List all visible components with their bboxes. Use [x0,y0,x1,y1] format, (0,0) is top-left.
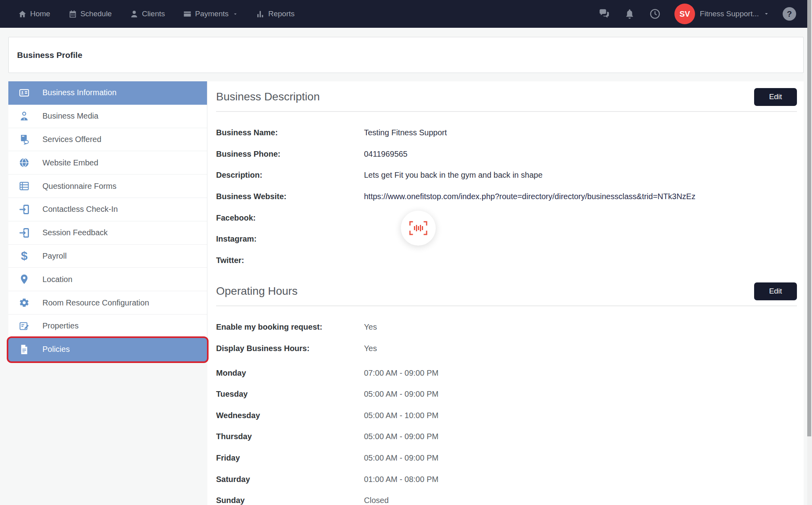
edit-operating-hours-button[interactable]: Edit [754,282,797,300]
business-profile-panel: Business Description Edit Business Name:… [207,81,804,505]
sidebar-item-website-embed[interactable]: Website Embed [8,151,207,175]
field-display-business-hours: Display Business Hours: Yes [216,338,797,359]
user-icon [130,10,138,18]
operating-hours-section: Operating Hours Edit Enable my booking r… [216,282,797,505]
sidebar-item-business-media[interactable]: Business Media [8,105,207,128]
barcode-scan-icon [409,221,427,235]
sidebar-item-label: Location [42,275,73,284]
field-enable-booking-request: Enable my booking request: Yes [216,317,797,338]
nav-schedule[interactable]: Schedule [69,10,112,18]
divider [216,305,797,306]
field-facebook: Facebook: [216,207,797,228]
gear-icon [18,296,31,309]
divider [216,111,797,112]
sidebar-item-policies[interactable]: Policies [8,338,207,361]
calendar-icon [69,10,77,18]
dollar-icon: $ [18,250,31,262]
page-title-card: Business Profile [8,37,804,73]
sidebar-item-label: Business Information [42,88,117,97]
sidebar-item-services-offered[interactable]: Services Offered [8,128,207,152]
sign-in-icon [18,227,31,239]
nav-schedule-label: Schedule [80,10,112,18]
book-comment-icon [18,133,31,146]
business-description-section: Business Description Edit Business Name:… [216,88,797,271]
navbar-right: SV Fitness Support... ? [598,4,796,24]
business-website-url[interactable]: https://www.onefitstop.com/index.php?rou… [364,192,695,201]
nav-clients[interactable]: Clients [130,10,165,18]
sidebar-item-label: Services Offered [42,135,102,144]
globe-icon [18,156,31,169]
field-thursday-hours: Thursday 05:00 AM - 09:00 PM [216,426,797,447]
scrollbar-thumb[interactable] [807,0,811,436]
nav-clients-label: Clients [142,10,165,18]
field-monday-hours: Monday 07:00 AM - 09:00 PM [216,362,797,384]
section-title: Operating Hours [216,285,297,298]
sidebar-item-label: Properties [42,321,79,330]
nav-home[interactable]: Home [18,10,50,18]
sidebar-item-label: Questionnaire Forms [42,182,117,191]
person-icon [18,110,31,123]
nav-payments-label: Payments [195,10,228,18]
credit-card-icon [183,10,192,18]
messages-button[interactable] [598,8,610,20]
nav-payments[interactable]: Payments [183,10,238,18]
chat-icon [599,8,610,19]
section-title: Business Description [216,90,320,103]
field-business-name: Business Name: Testing Fitness Support [216,122,797,144]
help-button[interactable]: ? [783,7,796,21]
sidebar-item-label: Room Resource Configuration [42,298,149,307]
main-nav: Home Schedule Clients Payments Reports [18,10,295,18]
sidebar-item-label: Payroll [42,252,67,261]
sidebar-item-label: Session Feedback [42,228,108,237]
nav-reports-label: Reports [268,10,295,18]
sidebar-item-questionnaire-forms[interactable]: Questionnaire Forms [8,175,207,198]
field-friday-hours: Friday 05:00 AM - 09:00 PM [216,447,797,469]
user-menu[interactable]: SV Fitness Support... [674,4,769,24]
sidebar-item-location[interactable]: Location [8,268,207,291]
history-button[interactable] [649,8,661,20]
field-saturday-hours: Saturday 01:00 AM - 08:00 PM [216,469,797,490]
field-business-website: Business Website: https://www.onefitstop… [216,186,797,207]
sidebar-item-label: Contactless Check-In [42,205,118,214]
sidebar-item-label: Policies [42,345,70,354]
field-instagram: Instagram: [216,228,797,250]
field-wednesday-hours: Wednesday 05:00 AM - 10:00 PM [216,405,797,426]
sign-in-icon [18,203,31,216]
user-name: Fitness Support... [700,10,759,18]
sidebar-item-contactless-check-in[interactable]: Contactless Check-In [8,198,207,221]
chevron-down-icon [764,11,769,17]
sidebar-item-properties[interactable]: Properties [8,315,207,338]
home-icon [18,10,27,18]
profile-sidebar: Business Information Business Media Serv… [8,81,207,361]
nav-reports[interactable]: Reports [256,10,295,18]
file-icon [18,343,31,356]
clock-icon [649,8,661,19]
sidebar-item-session-feedback[interactable]: Session Feedback [8,221,207,245]
id-card-icon [18,86,31,99]
bell-icon [624,8,635,19]
bar-chart-icon [256,10,264,18]
nav-home-label: Home [30,10,50,18]
avatar: SV [674,4,695,24]
page-title: Business Profile [17,50,82,60]
table-list-icon [18,180,31,192]
sidebar-item-room-resource-configuration[interactable]: Room Resource Configuration [8,291,207,315]
sidebar-item-label: Website Embed [42,158,98,167]
field-business-phone: Business Phone: 0411969565 [216,144,797,165]
scrollbar[interactable] [807,0,812,505]
map-pin-icon [18,273,31,286]
sidebar-item-payroll[interactable]: $ Payroll [8,245,207,268]
loading-spinner [401,211,436,246]
notifications-button[interactable] [624,8,636,20]
field-tuesday-hours: Tuesday 05:00 AM - 09:00 PM [216,384,797,405]
pen-paper-icon [18,320,31,332]
top-navbar: Home Schedule Clients Payments Reports [0,0,812,28]
field-twitter: Twitter: [216,250,797,271]
field-sunday-hours: Sunday Closed [216,490,797,505]
edit-business-description-button[interactable]: Edit [754,88,797,106]
sidebar-item-label: Business Media [42,111,98,121]
sidebar-item-business-information[interactable]: Business Information [8,81,207,105]
field-description: Description: Lets get Fit you back in th… [216,165,797,186]
chevron-down-icon [233,12,238,17]
